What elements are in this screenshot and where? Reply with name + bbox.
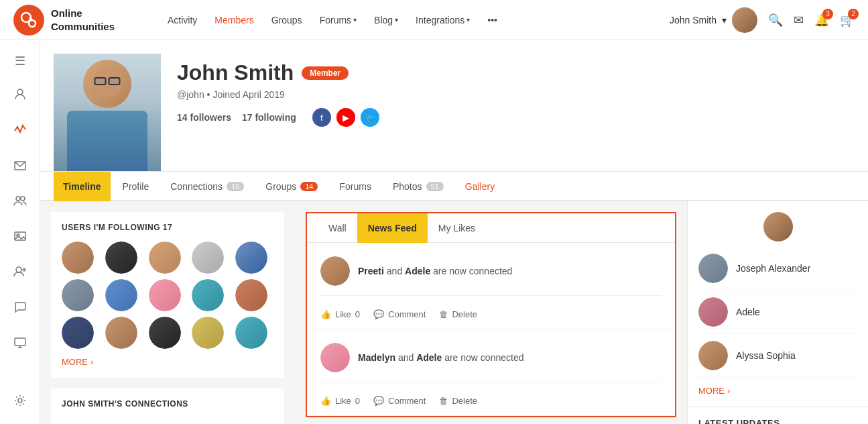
nav-groups[interactable]: Groups <box>265 11 309 30</box>
youtube-icon[interactable]: ▶ <box>336 108 355 127</box>
member-badge: Member <box>302 66 349 80</box>
list-item[interactable] <box>149 317 181 349</box>
tab-forums[interactable]: Forums <box>330 172 380 201</box>
followers-link[interactable]: 14 followers <box>177 112 231 123</box>
list-item[interactable] <box>192 279 224 311</box>
nav-activity[interactable]: Activity <box>161 11 204 30</box>
delete-button[interactable]: 🗑 Delete <box>439 396 477 406</box>
delete-button[interactable]: 🗑 Delete <box>439 309 477 319</box>
nav-forums[interactable]: Forums ▾ <box>313 11 363 30</box>
search-icon[interactable]: 🔍 <box>768 13 783 28</box>
like-button[interactable]: 👍 Like 0 <box>320 309 360 319</box>
feed-item: Preeti and Adele are now connected 👍 Li <box>307 243 675 329</box>
following-widget: USERS I'M FOLLOWING 17 <box>51 212 284 378</box>
feed-user2[interactable]: Adele <box>416 352 442 363</box>
following-more[interactable]: MORE › <box>62 357 93 367</box>
feed-item-header: Preeti and Adele are now connected <box>320 256 662 286</box>
updates-title: LATEST UPDATES <box>698 418 857 424</box>
list-item[interactable] <box>105 279 137 311</box>
suggestions-more[interactable]: MORE › <box>698 386 730 396</box>
bell-icon[interactable]: 🔔 3 <box>814 13 829 28</box>
tab-news-feed[interactable]: News Feed <box>357 213 428 243</box>
feed-text: Preeti and Adele are now connected <box>358 266 512 276</box>
comment-button[interactable]: 💬 Comment <box>373 309 426 319</box>
svg-point-5 <box>16 197 20 201</box>
list-item[interactable] <box>235 242 267 274</box>
like-count: 0 <box>355 396 360 406</box>
nav-members[interactable]: Members <box>208 11 260 30</box>
chat-icon[interactable] <box>13 301 27 317</box>
feed-tabs: Wall News Feed My Likes <box>307 213 675 243</box>
gear-icon[interactable] <box>13 394 27 411</box>
comment-label: Comment <box>388 309 426 319</box>
tab-wall[interactable]: Wall <box>318 213 357 243</box>
suggestion-item[interactable]: Joseph Alexander <box>698 247 857 290</box>
feed-user2[interactable]: Adele <box>405 266 430 276</box>
list-item[interactable] <box>105 242 137 274</box>
list-item[interactable] <box>235 279 267 311</box>
list-item[interactable] <box>105 317 137 349</box>
like-button[interactable]: 👍 Like 0 <box>320 396 360 406</box>
suggestion-item[interactable]: Adele <box>698 290 857 334</box>
feed-avatar <box>320 256 350 286</box>
list-item[interactable] <box>62 317 94 349</box>
comment-button[interactable]: 💬 Comment <box>373 396 426 406</box>
tab-gallery[interactable]: Gallery <box>456 172 504 201</box>
cart-icon[interactable]: 🛒 2 <box>840 13 855 28</box>
list-item[interactable] <box>62 242 94 274</box>
like-label: Like <box>335 396 351 406</box>
list-item[interactable] <box>235 317 267 349</box>
svg-point-6 <box>21 197 25 201</box>
user-menu[interactable]: John Smith ▾ <box>670 7 757 33</box>
profile-name: John Smith <box>177 60 294 85</box>
delete-label: Delete <box>452 396 477 406</box>
twitter-icon[interactable]: 🐦 <box>361 108 379 127</box>
image-icon[interactable] <box>13 229 27 246</box>
nav-blog[interactable]: Blog ▾ <box>367 11 405 30</box>
feed-action: are now connected <box>444 352 523 363</box>
tab-groups[interactable]: Groups 14 <box>256 172 327 201</box>
message-icon[interactable]: ✉ <box>794 13 804 28</box>
list-item[interactable] <box>149 279 181 311</box>
tab-profile[interactable]: Profile <box>113 172 159 201</box>
group-icon[interactable] <box>13 194 27 211</box>
tab-connections[interactable]: Connections 16 <box>161 172 253 201</box>
person-add-icon[interactable] <box>13 265 27 282</box>
profile-stats: 14 followers 17 following f ▶ 🐦 <box>177 108 855 127</box>
feed-user1[interactable]: Madelyn <box>358 352 395 363</box>
nav-more[interactable]: ••• <box>481 11 504 30</box>
nav-integrations[interactable]: Integrations ▾ <box>409 11 477 30</box>
tab-photos[interactable]: Photos 51 <box>383 172 453 201</box>
suggestion-item[interactable]: Alyssa Sophia <box>698 334 857 378</box>
tab-timeline[interactable]: Timeline <box>54 172 111 201</box>
feed-item-header: Madelyn and Adele are now connected <box>320 343 662 372</box>
list-item[interactable] <box>192 317 224 349</box>
following-link[interactable]: 17 following <box>242 112 296 123</box>
like-icon: 👍 <box>320 396 331 406</box>
left-widgets: USERS I'M FOLLOWING 17 <box>40 201 295 424</box>
sidebar-user-icon[interactable] <box>13 87 27 104</box>
activity-icon[interactable] <box>13 123 27 140</box>
like-count: 0 <box>355 309 360 319</box>
suggestion-name: Alyssa Sophia <box>736 350 796 361</box>
comment-label: Comment <box>388 396 426 406</box>
envelope-icon[interactable] <box>13 158 27 175</box>
feed-user1[interactable]: Preeti <box>358 266 384 276</box>
trash-icon: 🗑 <box>439 309 448 319</box>
logo-area[interactable]: Online Communities <box>13 5 161 36</box>
tab-my-likes[interactable]: My Likes <box>428 213 486 243</box>
page-content: John Smith Member @john • Joined April 2… <box>40 40 868 424</box>
monitor-icon[interactable] <box>13 336 27 353</box>
main-layout: John Smith Member @john • Joined April 2… <box>40 40 868 424</box>
facebook-icon[interactable]: f <box>312 108 331 127</box>
feed-container: Wall News Feed My Likes Preeti and <box>306 212 676 417</box>
feed-action: are now connected <box>433 266 512 276</box>
list-item[interactable] <box>149 242 181 274</box>
list-item[interactable] <box>62 279 94 311</box>
profile-username: @john • Joined April 2019 <box>177 89 855 100</box>
comment-icon: 💬 <box>373 396 384 406</box>
svg-point-3 <box>17 89 23 95</box>
list-item[interactable] <box>192 242 224 274</box>
menu-icon[interactable]: ☰ <box>15 54 25 68</box>
svg-point-1 <box>29 20 36 27</box>
